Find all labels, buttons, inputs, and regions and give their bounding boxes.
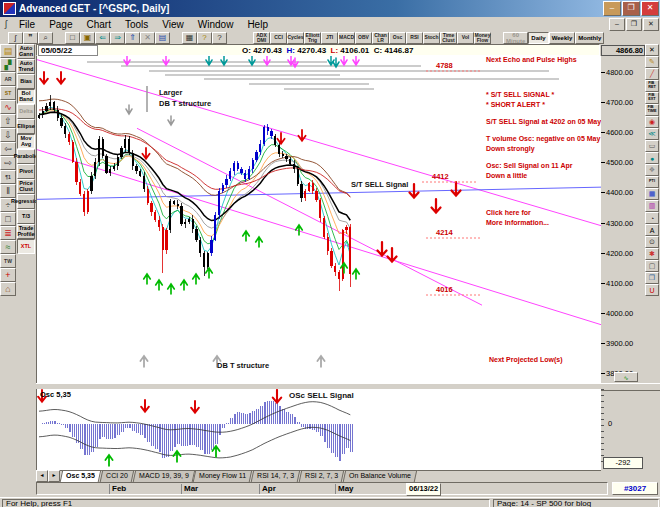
tabs-scroll-left[interactable]: ◄ [36,470,48,482]
pti-icon[interactable]: PTI [645,176,659,188]
document-system-icon[interactable]: ʃ [0,19,12,29]
oscillator-pane[interactable]: Osc 5,35OSc SELL Signal [36,389,601,471]
tab-money-flow-11[interactable]: Money Flow 11 [193,470,253,482]
values-tool-icon[interactable]: ¶1 [0,170,16,184]
sidebar-tool-bol-band[interactable]: BolBand [17,89,35,104]
tab-rsi-14-7-3[interactable]: RSI 14, 7, 3 [251,470,301,482]
sidebar-tool-mov-avg[interactable]: MovAvg [17,134,35,149]
study-button-stoch[interactable]: Stoch [423,32,440,44]
menu-view[interactable]: View [155,19,191,30]
palette-icon[interactable]: ✱ [645,248,659,260]
text-tool-icon[interactable]: A [645,224,659,236]
annotation-more-info-link[interactable]: Click here for [486,209,531,216]
elliott-icon[interactable]: ∿ [0,100,16,114]
sidebar-tool-t-3[interactable]: T/3 [17,209,35,224]
timeframe-monthly[interactable]: Monthly [575,32,604,44]
copy-page-icon[interactable]: ❐ [645,272,659,284]
lines-tool-icon[interactable]: ≣ [0,226,16,240]
about-icon[interactable]: ? [197,32,212,44]
delete-page-icon[interactable]: ✕ [140,32,155,44]
sidebar-tool-xtl[interactable]: XTL [17,239,35,254]
fib-time-icon[interactable]: FIBTIME [645,104,659,116]
menu-window[interactable]: Window [191,19,241,30]
sidebar-tool-bias[interactable]: Bias [17,74,35,89]
edit-page-icon[interactable]: ▤ [155,32,170,44]
study-button-money-flow[interactable]: MoneyFlow [474,32,491,44]
tab-rsi-2-7-3[interactable]: RSI 2, 7, 3 [299,470,345,482]
fib-retracement-icon[interactable]: FIBRET [645,80,659,92]
airbrush-icon[interactable]: ❖ [645,164,659,176]
exit-icon[interactable]: ⌂ [0,282,16,296]
arrow-down-icon[interactable]: ⇩ [0,128,16,142]
insert-page-icon[interactable]: ⇑ [125,32,140,44]
axis-chart-icon[interactable]: ∿ [614,372,638,382]
sidebar-tool-pivot[interactable]: Pivot [17,164,35,179]
menu-tools[interactable]: Tools [118,19,155,30]
doc-restore-button[interactable]: ❐ [626,18,642,31]
open-chart-icon[interactable]: ▤ [0,44,16,58]
rectangle-draw-icon[interactable]: ▭ [645,140,659,152]
study-button-cci[interactable]: CCI [270,32,287,44]
ellipse-draw-icon[interactable]: ● [645,152,659,164]
minimize-button[interactable]: – [603,1,621,16]
study-button-adx-dmi[interactable]: ADXDMI [253,32,270,44]
study-button-time-clust[interactable]: TimeClust [440,32,457,44]
study-button-obv[interactable]: OBV [355,32,372,44]
gann-tools-icon[interactable]: ▞ [0,58,16,72]
fib-zones-icon[interactable]: ‖ [0,184,16,198]
study-button-rsi[interactable]: RSI [406,32,423,44]
study-icon[interactable]: ST [0,86,16,100]
study-button-elliott-trig[interactable]: ElliottTrig [304,32,321,44]
fib-extension-icon[interactable]: FIBEXT [645,92,659,104]
frame-icon[interactable]: ▢ [645,260,659,272]
time-wave-icon[interactable]: TW [0,254,16,268]
quotes-icon[interactable]: ❞ [23,32,38,44]
sidebar-tool-auto-trend[interactable]: AutoTrend [17,59,35,74]
search-icon[interactable]: ⌕ [38,32,53,44]
new-page-icon[interactable]: □ [65,32,80,44]
fan-lines-icon[interactable]: ≪ [645,128,659,140]
zoom-tool-icon[interactable]: ⊙ [645,236,659,248]
box-tool-icon[interactable]: □ [0,212,16,226]
timeframe-daily[interactable]: Daily [528,32,548,44]
sidebar-tool-parabolic[interactable]: Parabolic [17,149,35,164]
study-button-jti[interactable]: JTI [321,32,338,44]
context-help-icon[interactable]: ? [212,32,227,44]
wave-tool-icon[interactable]: ≈ [0,240,16,254]
sidebar-tool-ellipse[interactable]: Ellipse [17,119,35,134]
crosshair-icon[interactable]: ✕ [645,44,659,56]
menu-page[interactable]: Page [42,19,79,30]
print-icon[interactable]: ▦ [182,32,197,44]
timeframe-weekly[interactable]: Weekly [549,32,576,44]
sidebar-tool-price-clust[interactable]: PriceClust [17,179,35,194]
study-button-vol[interactable]: Vol [457,32,474,44]
study-button-osc[interactable]: Osc [389,32,406,44]
study-button-macd[interactable]: MACD [338,32,355,44]
auto-rest-icon[interactable]: AR [0,72,16,86]
back-icon[interactable]: ⇐ [95,32,110,44]
sidebar-tool-regression[interactable]: Regression [17,194,35,209]
time-axis[interactable]: 06/13/22 FebMarAprMay [36,482,608,495]
doc-minimize-button[interactable]: – [609,18,625,31]
mob-icon[interactable]: ▥ [645,200,659,212]
sidebar-tool-trade-profile[interactable]: TradeProfile [17,224,35,239]
whip-icon[interactable]: ʃ [8,32,23,44]
tab-cci-20[interactable]: CCI 20 [100,470,134,482]
study-button-cycles[interactable]: Cycles [287,32,304,44]
menu-help[interactable]: Help [240,19,275,30]
protect-page-icon[interactable]: ▣ [80,32,95,44]
gann-circle-icon[interactable]: ◉ [645,116,659,128]
close-button[interactable]: ✕ [641,1,659,16]
annotation-more-info-link[interactable]: More Information... [486,219,549,226]
tab-macd-19-39-9[interactable]: MACD 19, 39, 9 [132,470,194,482]
tab-osc-5-35[interactable]: Osc 5,35 [60,470,101,482]
price-axis[interactable]: 4800.004700.004600.004500.004400.004300.… [600,56,645,383]
study-button-chan-lr[interactable]: ChanLR [372,32,389,44]
pencil-icon[interactable]: ✎ [645,56,659,68]
menu-file[interactable]: File [12,19,42,30]
grid-icon[interactable]: ▦ [645,188,659,200]
sidebar-tool-auto-gann[interactable]: AutoGann [17,44,35,59]
projection-date-box[interactable]: 06/13/22 [406,483,441,496]
tab-on-balance-volume[interactable]: On Balance Volume [343,470,417,482]
tabs-scroll-right[interactable]: ► [48,470,60,482]
